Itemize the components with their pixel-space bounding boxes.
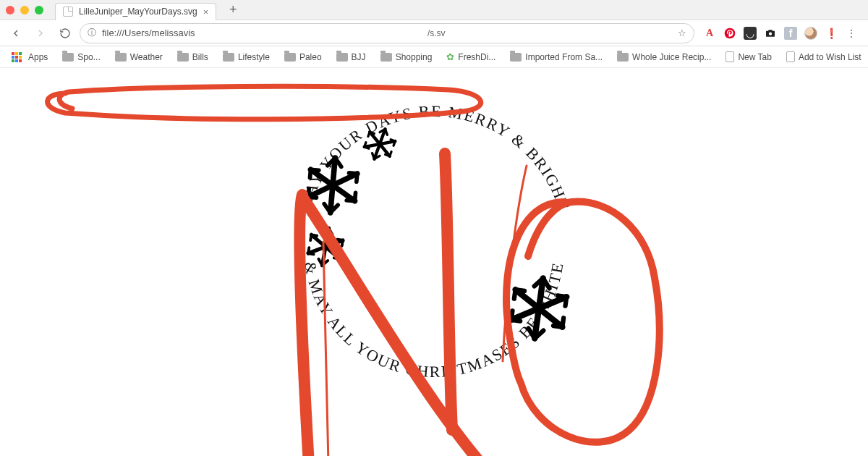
wreath-svg: MAY YOUR DAYS BE MERRY & BRIGHT & MAY AL… bbox=[253, 66, 615, 428]
address-bar-url-suffix: /s.sv bbox=[427, 28, 446, 38]
forward-button[interactable] bbox=[30, 23, 51, 43]
browser-tab[interactable]: LilleJuniper_MayYourDays.svg × bbox=[55, 3, 216, 20]
facebook-icon[interactable]: f bbox=[784, 27, 797, 40]
pocket-icon[interactable]: ◡ bbox=[744, 27, 757, 40]
svg-point-1 bbox=[769, 32, 772, 35]
bookmark-item[interactable]: Whole Juice Recip... bbox=[611, 49, 717, 65]
window-minimize-button[interactable] bbox=[20, 6, 29, 14]
traffic-lights bbox=[6, 6, 43, 14]
apps-grid-icon bbox=[12, 52, 22, 62]
file-icon bbox=[63, 7, 73, 17]
folder-icon bbox=[177, 53, 189, 62]
page-icon bbox=[786, 51, 795, 62]
alert-icon[interactable]: ❗ bbox=[825, 27, 838, 40]
bookmark-item[interactable]: Imported From Sa... bbox=[504, 49, 608, 65]
bookmark-item[interactable]: Spo... bbox=[56, 49, 106, 65]
apps-label: Apps bbox=[28, 52, 48, 62]
address-bar[interactable]: ⓘ file:///Users/melissavis /s.sv ☆ bbox=[80, 23, 694, 43]
browser-menu-icon[interactable]: ⋮ bbox=[845, 27, 858, 40]
bookmark-item[interactable]: Weather bbox=[109, 49, 169, 65]
bookmark-star-icon[interactable]: ☆ bbox=[678, 28, 686, 38]
svg-text:& MAY ALL YOUR CHRISTMASES BE : & MAY ALL YOUR CHRISTMASES BE WHITE bbox=[301, 260, 567, 381]
window-close-button[interactable] bbox=[6, 6, 14, 14]
toolbar: ⓘ file:///Users/melissavis /s.sv ☆ A ◡ f… bbox=[0, 20, 868, 46]
bookmark-item[interactable]: Add to Wish List bbox=[780, 48, 867, 65]
window-maximize-button[interactable] bbox=[35, 6, 43, 14]
folder-icon bbox=[115, 53, 127, 62]
bookmark-item[interactable]: New Tab bbox=[720, 48, 777, 65]
bookmark-item[interactable]: Shopping bbox=[375, 49, 438, 65]
bookmark-item[interactable]: BJJ bbox=[331, 49, 372, 65]
site-info-icon[interactable]: ⓘ bbox=[88, 27, 96, 39]
new-tab-button[interactable]: + bbox=[225, 2, 241, 18]
extension-a-icon[interactable]: A bbox=[703, 27, 716, 40]
titlebar: LilleJuniper_MayYourDays.svg × + bbox=[0, 0, 868, 20]
folder-icon bbox=[284, 53, 296, 62]
camera-icon[interactable] bbox=[764, 27, 777, 40]
tab-close-icon[interactable]: × bbox=[203, 7, 209, 17]
folder-icon bbox=[62, 53, 74, 62]
folder-icon bbox=[223, 53, 234, 62]
extension-icons: A ◡ f ❗ ⋮ bbox=[699, 27, 862, 40]
folder-icon bbox=[336, 53, 348, 62]
page-icon bbox=[726, 51, 734, 62]
profile-avatar[interactable] bbox=[804, 27, 817, 40]
svg-content: MAY YOUR DAYS BE MERRY & BRIGHT & MAY AL… bbox=[253, 66, 615, 428]
wreath-text-bottom: & MAY ALL YOUR CHRISTMASES BE WHITE bbox=[301, 260, 567, 381]
bookmark-item[interactable]: Lifestyle bbox=[217, 49, 276, 65]
bookmark-item[interactable]: Paleo bbox=[278, 49, 328, 65]
tab-title: LilleJuniper_MayYourDays.svg bbox=[79, 7, 197, 17]
leaf-icon: ✿ bbox=[446, 51, 454, 62]
apps-shortcut[interactable]: Apps bbox=[6, 49, 54, 65]
back-button[interactable] bbox=[6, 23, 26, 43]
pinterest-icon[interactable] bbox=[723, 27, 736, 40]
bookmarks-bar: Apps Spo... Weather Bills Lifestyle Pale… bbox=[0, 46, 868, 68]
folder-icon bbox=[380, 53, 392, 62]
page-viewport: MAY YOUR DAYS BE MERRY & BRIGHT & MAY AL… bbox=[0, 68, 868, 456]
address-bar-url: file:///Users/melissavis bbox=[102, 28, 195, 38]
reload-button[interactable] bbox=[55, 23, 75, 43]
folder-icon bbox=[510, 53, 522, 62]
folder-icon bbox=[617, 53, 629, 62]
bookmark-item[interactable]: ✿FreshDi... bbox=[441, 48, 501, 65]
bookmark-item[interactable]: Bills bbox=[171, 49, 214, 65]
